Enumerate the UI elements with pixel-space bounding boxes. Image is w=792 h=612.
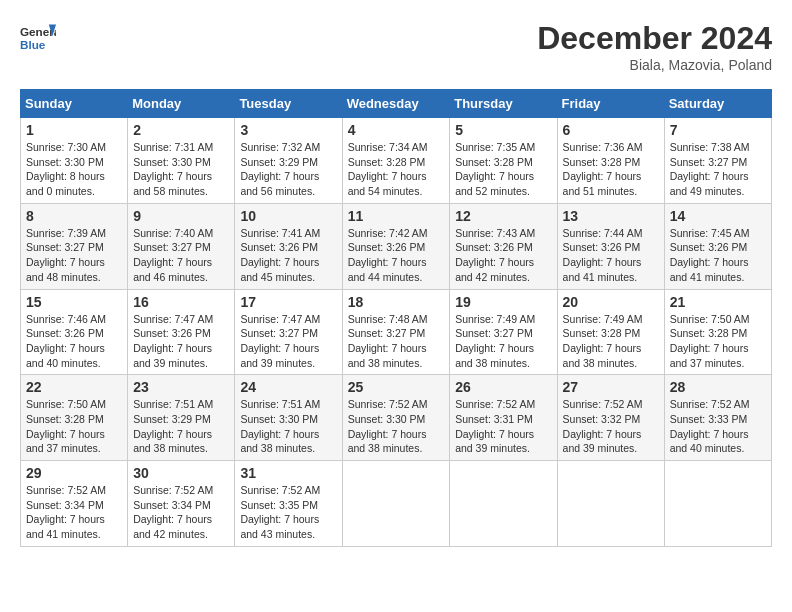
week-row-1: 1Sunrise: 7:30 AMSunset: 3:30 PMDaylight… (21, 118, 772, 204)
calendar-cell: 21Sunrise: 7:50 AMSunset: 3:28 PMDayligh… (664, 289, 771, 375)
day-number: 4 (348, 122, 445, 138)
calendar-cell: 14Sunrise: 7:45 AMSunset: 3:26 PMDayligh… (664, 203, 771, 289)
page-header: General Blue December 2024 Biala, Mazovi… (20, 20, 772, 73)
day-info: Sunrise: 7:51 AMSunset: 3:30 PMDaylight:… (240, 397, 336, 456)
calendar-cell: 1Sunrise: 7:30 AMSunset: 3:30 PMDaylight… (21, 118, 128, 204)
day-number: 14 (670, 208, 766, 224)
day-info: Sunrise: 7:46 AMSunset: 3:26 PMDaylight:… (26, 312, 122, 371)
calendar-cell: 19Sunrise: 7:49 AMSunset: 3:27 PMDayligh… (450, 289, 557, 375)
day-number: 18 (348, 294, 445, 310)
weekday-monday: Monday (128, 90, 235, 118)
day-number: 26 (455, 379, 551, 395)
day-number: 8 (26, 208, 122, 224)
day-number: 22 (26, 379, 122, 395)
day-info: Sunrise: 7:52 AMSunset: 3:34 PMDaylight:… (26, 483, 122, 542)
day-info: Sunrise: 7:52 AMSunset: 3:32 PMDaylight:… (563, 397, 659, 456)
calendar-cell: 27Sunrise: 7:52 AMSunset: 3:32 PMDayligh… (557, 375, 664, 461)
day-info: Sunrise: 7:30 AMSunset: 3:30 PMDaylight:… (26, 140, 122, 199)
calendar-cell: 22Sunrise: 7:50 AMSunset: 3:28 PMDayligh… (21, 375, 128, 461)
day-number: 1 (26, 122, 122, 138)
calendar-cell: 24Sunrise: 7:51 AMSunset: 3:30 PMDayligh… (235, 375, 342, 461)
svg-text:Blue: Blue (20, 38, 46, 51)
day-number: 2 (133, 122, 229, 138)
day-number: 3 (240, 122, 336, 138)
weekday-sunday: Sunday (21, 90, 128, 118)
logo-icon: General Blue (20, 20, 56, 56)
week-row-4: 22Sunrise: 7:50 AMSunset: 3:28 PMDayligh… (21, 375, 772, 461)
calendar-cell: 30Sunrise: 7:52 AMSunset: 3:34 PMDayligh… (128, 461, 235, 547)
calendar-cell: 12Sunrise: 7:43 AMSunset: 3:26 PMDayligh… (450, 203, 557, 289)
day-number: 10 (240, 208, 336, 224)
day-info: Sunrise: 7:34 AMSunset: 3:28 PMDaylight:… (348, 140, 445, 199)
day-number: 24 (240, 379, 336, 395)
day-number: 20 (563, 294, 659, 310)
calendar-cell: 9Sunrise: 7:40 AMSunset: 3:27 PMDaylight… (128, 203, 235, 289)
calendar-cell: 5Sunrise: 7:35 AMSunset: 3:28 PMDaylight… (450, 118, 557, 204)
calendar-cell (450, 461, 557, 547)
calendar-cell (557, 461, 664, 547)
calendar-cell: 10Sunrise: 7:41 AMSunset: 3:26 PMDayligh… (235, 203, 342, 289)
calendar-cell (342, 461, 450, 547)
day-info: Sunrise: 7:52 AMSunset: 3:33 PMDaylight:… (670, 397, 766, 456)
weekday-thursday: Thursday (450, 90, 557, 118)
month-title: December 2024 (537, 20, 772, 57)
day-number: 13 (563, 208, 659, 224)
day-info: Sunrise: 7:40 AMSunset: 3:27 PMDaylight:… (133, 226, 229, 285)
weekday-header-row: SundayMondayTuesdayWednesdayThursdayFrid… (21, 90, 772, 118)
day-info: Sunrise: 7:43 AMSunset: 3:26 PMDaylight:… (455, 226, 551, 285)
calendar-cell: 18Sunrise: 7:48 AMSunset: 3:27 PMDayligh… (342, 289, 450, 375)
day-info: Sunrise: 7:50 AMSunset: 3:28 PMDaylight:… (670, 312, 766, 371)
day-info: Sunrise: 7:49 AMSunset: 3:28 PMDaylight:… (563, 312, 659, 371)
day-info: Sunrise: 7:42 AMSunset: 3:26 PMDaylight:… (348, 226, 445, 285)
weekday-tuesday: Tuesday (235, 90, 342, 118)
day-info: Sunrise: 7:48 AMSunset: 3:27 PMDaylight:… (348, 312, 445, 371)
calendar-cell: 3Sunrise: 7:32 AMSunset: 3:29 PMDaylight… (235, 118, 342, 204)
calendar-cell: 16Sunrise: 7:47 AMSunset: 3:26 PMDayligh… (128, 289, 235, 375)
day-info: Sunrise: 7:44 AMSunset: 3:26 PMDaylight:… (563, 226, 659, 285)
weekday-friday: Friday (557, 90, 664, 118)
week-row-5: 29Sunrise: 7:52 AMSunset: 3:34 PMDayligh… (21, 461, 772, 547)
day-number: 19 (455, 294, 551, 310)
calendar-cell: 31Sunrise: 7:52 AMSunset: 3:35 PMDayligh… (235, 461, 342, 547)
calendar-cell: 28Sunrise: 7:52 AMSunset: 3:33 PMDayligh… (664, 375, 771, 461)
day-info: Sunrise: 7:50 AMSunset: 3:28 PMDaylight:… (26, 397, 122, 456)
day-info: Sunrise: 7:52 AMSunset: 3:30 PMDaylight:… (348, 397, 445, 456)
day-info: Sunrise: 7:52 AMSunset: 3:31 PMDaylight:… (455, 397, 551, 456)
day-number: 31 (240, 465, 336, 481)
week-row-2: 8Sunrise: 7:39 AMSunset: 3:27 PMDaylight… (21, 203, 772, 289)
calendar-cell: 17Sunrise: 7:47 AMSunset: 3:27 PMDayligh… (235, 289, 342, 375)
day-number: 23 (133, 379, 229, 395)
calendar-cell: 2Sunrise: 7:31 AMSunset: 3:30 PMDaylight… (128, 118, 235, 204)
day-info: Sunrise: 7:45 AMSunset: 3:26 PMDaylight:… (670, 226, 766, 285)
day-info: Sunrise: 7:39 AMSunset: 3:27 PMDaylight:… (26, 226, 122, 285)
day-info: Sunrise: 7:47 AMSunset: 3:27 PMDaylight:… (240, 312, 336, 371)
day-number: 7 (670, 122, 766, 138)
location: Biala, Mazovia, Poland (537, 57, 772, 73)
day-info: Sunrise: 7:52 AMSunset: 3:34 PMDaylight:… (133, 483, 229, 542)
day-number: 12 (455, 208, 551, 224)
day-info: Sunrise: 7:51 AMSunset: 3:29 PMDaylight:… (133, 397, 229, 456)
title-block: December 2024 Biala, Mazovia, Poland (537, 20, 772, 73)
calendar-cell: 15Sunrise: 7:46 AMSunset: 3:26 PMDayligh… (21, 289, 128, 375)
weekday-wednesday: Wednesday (342, 90, 450, 118)
calendar-cell: 20Sunrise: 7:49 AMSunset: 3:28 PMDayligh… (557, 289, 664, 375)
day-info: Sunrise: 7:49 AMSunset: 3:27 PMDaylight:… (455, 312, 551, 371)
calendar-cell: 8Sunrise: 7:39 AMSunset: 3:27 PMDaylight… (21, 203, 128, 289)
day-number: 9 (133, 208, 229, 224)
day-info: Sunrise: 7:38 AMSunset: 3:27 PMDaylight:… (670, 140, 766, 199)
day-number: 5 (455, 122, 551, 138)
calendar-cell (664, 461, 771, 547)
day-number: 15 (26, 294, 122, 310)
logo: General Blue (20, 20, 56, 56)
calendar-cell: 26Sunrise: 7:52 AMSunset: 3:31 PMDayligh… (450, 375, 557, 461)
calendar-cell: 29Sunrise: 7:52 AMSunset: 3:34 PMDayligh… (21, 461, 128, 547)
calendar-cell: 6Sunrise: 7:36 AMSunset: 3:28 PMDaylight… (557, 118, 664, 204)
calendar-cell: 23Sunrise: 7:51 AMSunset: 3:29 PMDayligh… (128, 375, 235, 461)
day-info: Sunrise: 7:32 AMSunset: 3:29 PMDaylight:… (240, 140, 336, 199)
day-info: Sunrise: 7:35 AMSunset: 3:28 PMDaylight:… (455, 140, 551, 199)
day-number: 17 (240, 294, 336, 310)
day-number: 30 (133, 465, 229, 481)
calendar-cell: 25Sunrise: 7:52 AMSunset: 3:30 PMDayligh… (342, 375, 450, 461)
day-info: Sunrise: 7:36 AMSunset: 3:28 PMDaylight:… (563, 140, 659, 199)
calendar-body: 1Sunrise: 7:30 AMSunset: 3:30 PMDaylight… (21, 118, 772, 547)
